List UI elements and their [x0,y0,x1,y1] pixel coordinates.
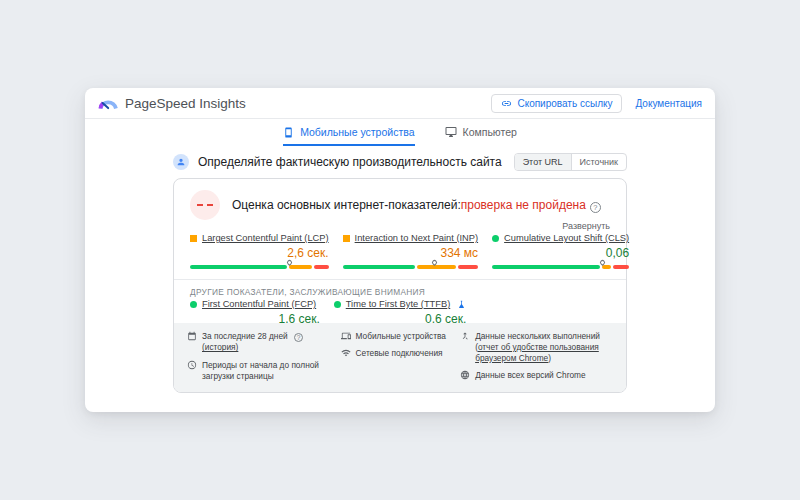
rating-shape-icon [492,235,499,242]
footnote-page-loads: Периоды от начала до полной загрузки стр… [187,360,329,382]
metric-lcp: Largest Contentful Paint (LCP) 2,6 сек. [190,233,329,269]
field-data-header: Определяйте фактическую производительнос… [173,153,627,171]
help-icon[interactable]: ? [590,202,601,213]
scope-this-url[interactable]: Этот URL [515,154,572,170]
field-users-icon [173,154,189,170]
help-icon[interactable]: ? [294,333,303,342]
footnote-col-3: Данные нескольких выполнений (отчет об у… [460,331,613,388]
tab-mobile[interactable]: Мобильные устройства [283,126,414,146]
section-title-wrap: Определяйте фактическую производительнос… [173,154,502,170]
documentation-link[interactable]: Документация [635,98,702,109]
cwv-assessment-text: Оценка основных интернет-показателей:про… [232,198,601,213]
globe-icon [460,370,470,380]
copy-link-label: Скопировать ссылку [517,98,612,109]
metric-ttfb-link[interactable]: Time to First Byte (TTFB) [346,299,451,309]
app-header: PageSpeed Insights Скопировать ссылку До… [85,88,715,119]
metric-inp-link[interactable]: Interaction to Next Paint (INP) [355,233,479,243]
rating-shape-icon [190,235,197,242]
footnote-many-runs: Данные нескольких выполнений (отчет об у… [460,331,613,365]
metric-cls-bar [492,265,629,269]
other-metrics-heading: ДРУГИЕ ПОКАЗАТЕЛИ, ЗАСЛУЖИВАЮЩИЕ ВНИМАНИ… [174,280,626,297]
device-tabs: Мобильные устройства Компьютер [85,119,715,146]
scope-origin[interactable]: Источник [572,154,626,170]
metric-cls-value: 0,06 [492,246,629,260]
core-metrics-grid: Largest Contentful Paint (LCP) 2,6 сек. … [174,231,626,269]
data-source-footnotes: За последние 28 дней ? (история) Периоды… [174,323,626,392]
crux-report-link[interactable]: отчет об удобстве пользования браузером … [475,342,599,363]
pagespeed-panel: PageSpeed Insights Скопировать ссылку До… [85,88,715,412]
footnote-period: За последние 28 дней ? (история) [187,331,329,354]
tab-mobile-label: Мобильные устройства [300,126,414,138]
desktop-icon [445,126,457,138]
cwv-assessment-row: Оценка основных интернет-показателей:про… [174,179,626,220]
smartphone-icon [283,127,294,138]
footnote-col-1: За последние 28 дней ? (история) Периоды… [187,331,329,388]
history-link[interactable]: (история) [202,342,238,352]
metric-cls: Cumulative Layout Shift (CLS) 0,06 [492,233,629,269]
footnote-devices: Мобильные устройства [341,331,449,342]
app-brand: PageSpeed Insights [98,96,246,111]
cwv-fail-badge-icon [190,190,220,220]
metric-lcp-value: 2,6 сек. [190,246,329,260]
merge-fork-icon [460,331,470,341]
metric-lcp-link[interactable]: Largest Contentful Paint (LCP) [202,233,329,243]
link-icon [501,98,512,109]
copy-link-button[interactable]: Скопировать ссылку [491,94,622,113]
devices-icon [341,331,351,341]
expand-toggle[interactable]: Развернуть [174,220,626,231]
tab-desktop[interactable]: Компьютер [445,126,517,146]
experimental-flask-icon[interactable] [457,300,466,309]
scope-toggle: Этот URL Источник [514,153,627,171]
field-metrics-card: Оценка основных интернет-показателей:про… [173,178,627,393]
metric-lcp-bar [190,265,329,269]
calendar-icon [187,331,197,341]
metric-inp: Interaction to Next Paint (INP) 334 мс [343,233,479,269]
footnote-network: Сетевые подключения [341,348,449,359]
cwv-status: проверка не пройдена [461,198,586,212]
clock-icon [187,360,197,370]
metric-inp-value: 334 мс [343,246,479,260]
header-actions: Скопировать ссылку Документация [491,94,702,113]
metric-cls-link[interactable]: Cumulative Layout Shift (CLS) [504,233,629,243]
cwv-heading: Оценка основных интернет-показателей: [232,198,461,212]
rating-shape-icon [190,301,197,308]
pagespeed-logo-icon [98,97,118,110]
footnote-col-2: Мобильные устройства Сетевые подключения [341,331,449,388]
section-title: Определяйте фактическую производительнос… [198,155,502,169]
metric-inp-bar [343,265,479,269]
app-title: PageSpeed Insights [125,96,246,111]
tab-desktop-label: Компьютер [463,126,517,138]
wifi-icon [341,348,351,358]
rating-shape-icon [334,301,341,308]
metric-fcp-link[interactable]: First Contentful Paint (FCP) [202,299,316,309]
footnote-all-chrome: Данные всех версий Chrome [460,370,613,381]
rating-shape-icon [343,235,350,242]
